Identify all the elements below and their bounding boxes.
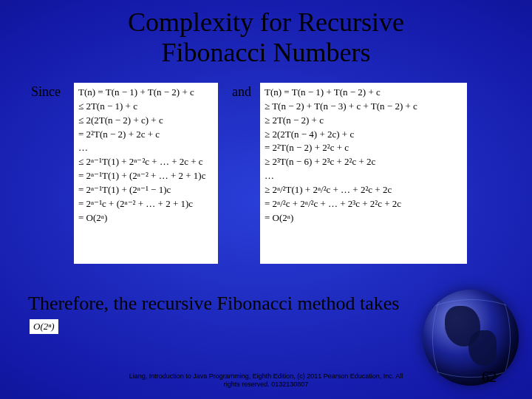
footer-line-1: Liang, Introduction to Java Programming,… xyxy=(129,372,403,380)
math-line: = O(2ⁿ) xyxy=(265,211,463,225)
math-line: ≥ 2T(n − 2) + c xyxy=(265,114,463,128)
complexity-result: O(2ⁿ) xyxy=(30,319,58,334)
globe-graphic xyxy=(423,290,519,386)
math-line: = O(2ⁿ) xyxy=(78,211,214,225)
math-derivation-lower-bound: T(n) = T(n − 1) + T(n − 2) + c ≥ T(n − 2… xyxy=(260,83,467,264)
title-line-2: Fibonacci Numbers xyxy=(162,38,371,67)
footer-line-2: rights reserved. 0132130807 xyxy=(224,381,309,388)
math-line: ≤ 2T(n − 1) + c xyxy=(78,100,214,114)
math-line: = 2ⁿ⁻¹c + (2ⁿ⁻² + … + 2 + 1)c xyxy=(78,197,214,211)
math-line: ≤ 2(2T(n − 2) + c) + c xyxy=(78,114,214,128)
math-line: … xyxy=(78,141,214,155)
math-line: = 2ⁿ⁻¹T(1) + (2ⁿ⁻¹ − 1)c xyxy=(78,183,214,197)
math-line: = 2ⁿ/²c + 2ⁿ/²c + … + 2³c + 2²c + 2c xyxy=(265,197,463,211)
math-line: ≤ 2ⁿ⁻¹T(1) + 2ⁿ⁻²c + … + 2c + c xyxy=(78,155,214,169)
slide-number: 62 xyxy=(482,369,497,386)
math-line: = 2²T(n − 2) + 2c + c xyxy=(78,128,214,142)
math-line: ≥ 2ⁿ/²T(1) + 2ⁿ/²c + … + 2²c + 2c xyxy=(265,183,463,197)
math-line: … xyxy=(265,169,463,183)
slide: Complexity for Recursive Fibonacci Numbe… xyxy=(0,0,532,399)
globe-landmass xyxy=(445,306,480,347)
footer-citation: Liang, Introduction to Java Programming,… xyxy=(0,372,532,389)
globe-landmass xyxy=(468,330,497,366)
conclusion-text: Therefore, the recursive Fibonacci metho… xyxy=(28,293,399,315)
math-line: = 2²T(n − 2) + 2²c + c xyxy=(265,141,463,155)
math-line: ≥ T(n − 2) + T(n − 3) + c + T(n − 2) + c xyxy=(265,100,463,114)
title-line-1: Complexity for Recursive xyxy=(128,7,404,37)
label-since: Since xyxy=(31,84,61,100)
math-line: ≥ 2³T(n − 6) + 2³c + 2²c + 2c xyxy=(265,155,463,169)
slide-title: Complexity for Recursive Fibonacci Numbe… xyxy=(0,7,532,69)
math-line: = 2ⁿ⁻¹T(1) + (2ⁿ⁻² + … + 2 + 1)c xyxy=(78,169,214,183)
math-line: ≥ 2(2T(n − 4) + 2c) + c xyxy=(265,128,463,142)
label-and: and xyxy=(232,84,251,100)
math-derivation-upper-bound: T(n) = T(n − 1) + T(n − 2) + c ≤ 2T(n − … xyxy=(74,83,218,264)
math-line: T(n) = T(n − 1) + T(n − 2) + c xyxy=(265,86,463,100)
math-line: T(n) = T(n − 1) + T(n − 2) + c xyxy=(78,86,214,100)
